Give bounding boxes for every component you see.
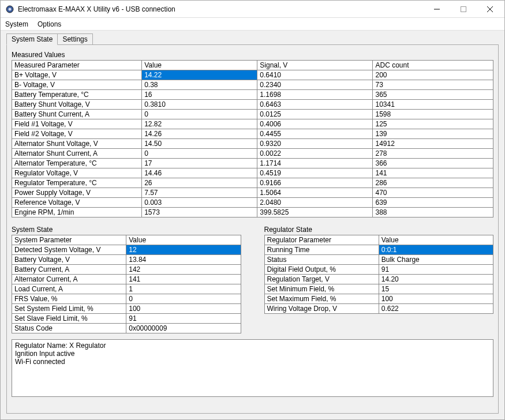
cell-adc: 200 [373,70,493,80]
table-row[interactable]: Set Slave Field Limit, %91 [12,314,241,324]
table-row[interactable]: Power Supply Voltage, V7.571.5064470 [12,188,493,198]
cell-value: 0.38 [142,80,257,90]
cell-param: Reference Voltage, V [12,198,142,208]
cell-param: Battery Shunt Current, A [12,110,142,119]
close-button[interactable] [477,1,503,18]
cell-value: 14.46 [142,168,257,178]
table-row[interactable]: Battery Temperature, °C161.1698365 [12,90,493,100]
cell-value: 100 [379,294,493,304]
table-row[interactable]: Battery Shunt Voltage, V0.38100.64631034… [12,100,493,110]
table-row[interactable]: B+ Voltage, V14.220.6410200 [12,70,493,80]
cell-adc: 388 [373,208,493,217]
table-row[interactable]: Status Code0x00000009 [12,324,241,333]
cell-value: 14.26 [142,129,257,139]
table-row[interactable]: Field #1 Voltage, V12.820.4006125 [12,119,493,129]
table-row[interactable]: Set System Field Limit, %100 [12,304,241,314]
table-row[interactable]: Alternator Shunt Voltage, V14.500.932014… [12,139,493,149]
cell-param: Set Slave Field Limit, % [12,314,126,324]
table-row[interactable]: Battery Shunt Current, A00.01251598 [12,110,493,119]
cell-param: Wiring Voltage Drop, V [264,304,379,314]
cell-param: Load Current, A [12,284,126,294]
table-row[interactable]: Alternator Current, A141 [12,275,241,284]
table-row[interactable]: Set Maximum Field, %100 [264,294,493,304]
cell-signal: 399.5825 [257,208,373,217]
minimize-button[interactable] [424,1,450,18]
cell-param: Engine RPM, 1/min [12,208,142,217]
cell-value: 0 [142,110,257,119]
table-row[interactable]: Load Current, A1 [12,284,241,294]
cell-value: 0 [126,294,241,304]
cell-value: 0x00000009 [126,324,241,333]
cell-param: Battery Voltage, V [12,255,126,265]
table-row[interactable]: B- Voltage, V0.380.234073 [12,80,493,90]
table-row[interactable]: Running Time0:0:1 [264,245,493,255]
table-row[interactable]: Detected System Voltage, V12 [12,245,241,255]
table-row[interactable]: Wiring Voltage Drop, V0.622 [264,304,493,314]
col-reg-value: Value [379,235,493,245]
table-row[interactable]: Battery Current, A142 [12,265,241,275]
window-title: Electromaax E-MAAX X Utility v6 - USB co… [18,5,424,13]
col-param: Measured Parameter [12,61,142,70]
cell-value: 26 [142,178,257,188]
table-row[interactable]: Engine RPM, 1/min1573399.5825388 [12,208,493,217]
app-icon [5,5,14,14]
cell-param: Regulator Voltage, V [12,168,142,178]
cell-signal: 0.0022 [257,149,373,159]
table-row[interactable]: FRS Value, %0 [12,294,241,304]
cell-param: Battery Current, A [12,265,126,275]
table-row[interactable]: Regulator Temperature, °C260.9166286 [12,178,493,188]
cell-param: Field #2 Voltage, V [12,129,142,139]
cell-signal: 0.4519 [257,168,373,178]
regulator-state-table[interactable]: Regulator Parameter Value Running Time0:… [264,235,494,314]
cell-value: 0.622 [379,304,493,314]
measured-values-table[interactable]: Measured Parameter Value Signal, V ADC c… [12,60,493,217]
cell-value: 12.82 [142,119,257,129]
cell-value: 15 [379,284,493,294]
cell-value: 1573 [142,208,257,217]
cell-signal: 0.0125 [257,110,373,119]
table-row[interactable]: StatusBulk Charge [264,255,493,265]
table-row[interactable]: Alternator Shunt Current, A00.0022278 [12,149,493,159]
tab-settings[interactable]: Settings [57,33,92,44]
menu-system[interactable]: System [5,20,28,28]
system-state-table[interactable]: System Parameter Value Detected System V… [12,235,241,333]
cell-signal: 1.1714 [257,159,373,168]
cell-signal: 0.6463 [257,100,373,110]
cell-param: Power Supply Voltage, V [12,188,142,198]
table-row[interactable]: Regulator Voltage, V14.460.4519141 [12,168,493,178]
cell-value: 14.22 [142,70,257,80]
cell-param: Status [264,255,379,265]
cell-value: 0.3810 [142,100,257,110]
table-row[interactable]: Regulation Target, V14.20 [264,275,493,284]
cell-adc: 286 [373,178,493,188]
measured-values-label: Measured Values [12,51,493,59]
menu-options[interactable]: Options [38,20,61,28]
cell-adc: 470 [373,188,493,198]
cell-param: Set System Field Limit, % [12,304,126,314]
tab-system-state[interactable]: System State [6,33,58,45]
table-row[interactable]: Battery Voltage, V13.84 [12,255,241,265]
table-row[interactable]: Reference Voltage, V0.0032.0480639 [12,198,493,208]
svg-rect-3 [461,6,466,12]
cell-value: 7.57 [142,188,257,198]
cell-signal: 2.0480 [257,198,373,208]
cell-param: Running Time [264,245,379,255]
cell-param: Status Code [12,324,126,333]
cell-adc: 139 [373,129,493,139]
cell-param: FRS Value, % [12,294,126,304]
cell-param: Battery Shunt Voltage, V [12,100,142,110]
table-row[interactable]: Field #2 Voltage, V14.260.4455139 [12,129,493,139]
maximize-button[interactable] [450,1,477,18]
cell-value: 16 [142,90,257,100]
table-row[interactable]: Alternator Temperature, °C171.1714366 [12,159,493,168]
cell-signal: 0.4455 [257,129,373,139]
cell-param: Set Minimum Field, % [264,284,379,294]
table-row[interactable]: Set Minimum Field, %15 [264,284,493,294]
cell-value: 141 [126,275,241,284]
table-row[interactable]: Digital Field Output, %91 [264,265,493,275]
cell-signal: 0.2340 [257,80,373,90]
cell-adc: 14912 [373,139,493,149]
tab-page-system-state: Measured Values Measured Parameter Value… [6,44,499,414]
cell-value: 0.003 [142,198,257,208]
cell-value: 0:0:1 [379,245,493,255]
